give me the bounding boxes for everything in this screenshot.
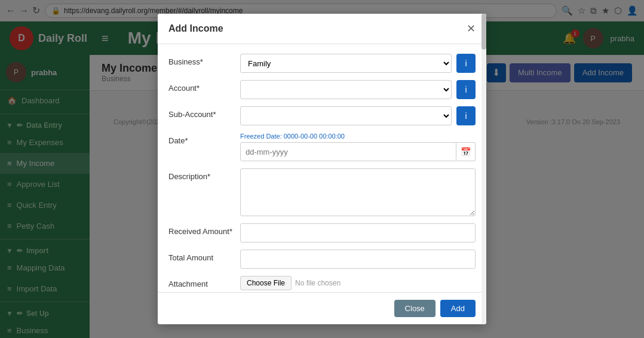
form-row-account: Account* i [168, 80, 476, 99]
modal-scrollbar-thumb [482, 14, 486, 50]
modal-header: Add Income ✕ [158, 14, 486, 44]
business-info-button[interactable]: i [456, 54, 476, 73]
date-group: Freezed Date: 0000-00-00 00:00:00 📅 [240, 133, 476, 161]
sub-account-select[interactable] [240, 106, 452, 125]
description-label: Description* [168, 168, 234, 181]
business-select[interactable]: Family [240, 54, 452, 73]
date-hint: Freezed Date: 0000-00-00 00:00:00 [240, 133, 476, 140]
form-row-sub-account: Sub-Account* i [168, 106, 476, 125]
attachment-control-group: Choose File No file chosen [240, 276, 476, 290]
total-amount-input[interactable] [240, 250, 476, 269]
add-modal-button[interactable]: Add [440, 300, 476, 317]
form-row-business: Business* Family i [168, 54, 476, 73]
business-control-group: Family i [240, 54, 476, 73]
date-label: Date* [168, 133, 234, 145]
account-select[interactable] [240, 80, 452, 99]
modal-title: Add Income [168, 23, 223, 34]
attachment-label: Attachment [168, 276, 234, 288]
description-control-group [240, 168, 476, 216]
modal-body: Business* Family i Account* [158, 44, 486, 292]
close-modal-button[interactable]: Close [394, 300, 436, 317]
description-textarea[interactable] [240, 168, 476, 216]
form-row-date: Date* Freezed Date: 0000-00-00 00:00:00 … [168, 133, 476, 161]
date-input-wrap: 📅 [240, 142, 476, 161]
file-input-wrap: Choose File No file chosen [240, 276, 341, 290]
account-control-group: i [240, 80, 476, 99]
info-icon-subaccount: i [465, 111, 467, 121]
choose-file-button[interactable]: Choose File [240, 276, 292, 290]
modal-footer: Close Add [158, 292, 486, 324]
date-picker-button[interactable]: 📅 [456, 142, 476, 161]
no-file-label: No file chosen [295, 279, 341, 287]
received-amount-control-group [240, 223, 476, 242]
sub-account-control-group: i [240, 106, 476, 125]
form-row-total-amount: Total Amount [168, 250, 476, 269]
received-amount-input[interactable] [240, 223, 476, 242]
account-info-button[interactable]: i [456, 80, 476, 99]
form-row-description: Description* [168, 168, 476, 216]
sub-account-info-button[interactable]: i [456, 106, 476, 125]
info-icon-account: i [465, 85, 467, 94]
business-label: Business* [168, 54, 234, 66]
info-icon-business: i [465, 59, 467, 68]
add-income-modal: Add Income ✕ Business* Family i Account* [158, 14, 486, 324]
form-row-received-amount: Received Amount* [168, 223, 476, 242]
sub-account-label: Sub-Account* [168, 106, 234, 119]
modal-scrollbar [482, 14, 486, 324]
modal-close-button[interactable]: ✕ [467, 22, 476, 35]
account-label: Account* [168, 80, 234, 93]
total-amount-label: Total Amount [168, 250, 234, 262]
total-amount-control-group [240, 250, 476, 269]
received-amount-label: Received Amount* [168, 223, 234, 236]
form-row-attachment: Attachment Choose File No file chosen [168, 276, 476, 290]
modal-overlay: Add Income ✕ Business* Family i Account* [0, 0, 644, 338]
date-input[interactable] [240, 142, 456, 161]
